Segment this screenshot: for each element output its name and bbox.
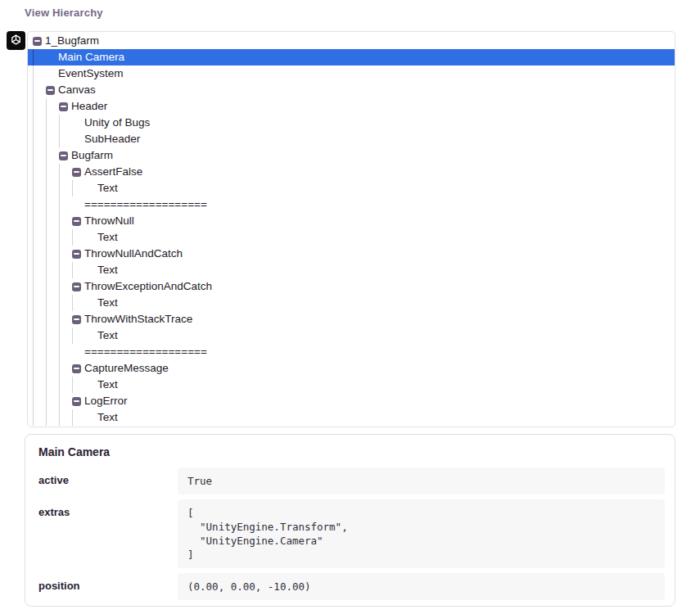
tree-guide-line [33, 311, 46, 327]
tree-row[interactable]: Text [28, 327, 675, 344]
tree-row[interactable]: LogError [28, 393, 675, 409]
tree-row[interactable]: Text [28, 262, 675, 278]
tree-guide-line [59, 246, 72, 262]
minus-icon[interactable] [59, 102, 68, 111]
tree-guide-line [59, 180, 72, 196]
tree-node-label: SubHeader [84, 131, 140, 147]
tree-guide-line [46, 180, 59, 196]
collapse-toggle[interactable] [46, 82, 58, 98]
minus-icon[interactable] [72, 250, 81, 259]
tree-node-label: CaptureMessage [84, 360, 169, 377]
icon-spacer [72, 344, 84, 360]
tree-guide-line [46, 327, 59, 344]
tree-guide-line [59, 278, 72, 295]
tree-guide-line [59, 262, 72, 278]
tree-row[interactable]: Canvas [28, 82, 675, 98]
icon-spacer [85, 377, 97, 393]
icon-spacer [72, 115, 84, 131]
tree-guide-line [46, 311, 59, 327]
tree-guide-line [72, 377, 85, 393]
tree-row[interactable]: Unity of Bugs [28, 115, 675, 131]
tree-node-label: AssertFalse [84, 164, 142, 180]
tree-row[interactable]: 1_Bugfarm [28, 33, 675, 49]
tree-guide-line [59, 196, 72, 213]
minus-icon[interactable] [72, 168, 81, 177]
collapse-toggle[interactable] [59, 147, 71, 164]
tree-guide-line [46, 393, 59, 409]
icon-spacer [85, 180, 97, 196]
tree-row-selected[interactable]: Main Camera [28, 49, 675, 65]
tree-row[interactable]: SubHeader [28, 131, 675, 147]
node-details-rows: activeTrueextras[ "UnityEngine.Transform… [25, 466, 675, 608]
property-row-active: activeTrue [38, 467, 665, 494]
minus-icon[interactable] [72, 315, 81, 324]
collapse-toggle[interactable] [72, 393, 84, 409]
minus-icon[interactable] [59, 151, 68, 160]
node-details-card: Main Camera activeTrueextras[ "UnityEngi… [25, 434, 675, 607]
tree-guide-line [46, 164, 59, 180]
collapse-toggle[interactable] [72, 246, 84, 262]
tree-guide-line [33, 213, 46, 229]
tree-row[interactable]: ThrowExceptionAndCatch [28, 278, 675, 295]
tree-node-label: 1_Bugfarm [45, 33, 99, 49]
tree-node-label: Text [97, 409, 118, 426]
tree-guide-line [33, 377, 46, 393]
tree-row[interactable]: Bugfarm [28, 147, 675, 164]
node-details-title: Main Camera [25, 435, 675, 466]
tree-row[interactable]: ThrowNull [28, 213, 675, 229]
minus-icon[interactable] [72, 282, 81, 291]
tree-row[interactable]: Text [28, 229, 675, 246]
tree-row[interactable]: ThrowWithStackTrace [28, 311, 675, 327]
tree-guide-line [59, 311, 72, 327]
minus-icon[interactable] [72, 364, 81, 373]
tree-row[interactable]: =================== [28, 344, 675, 360]
collapse-toggle[interactable] [72, 360, 84, 377]
tree-guide-line [46, 147, 59, 164]
tree-row[interactable]: Text [28, 377, 675, 393]
tree-guide-line [46, 360, 59, 377]
tree-row[interactable]: Text [28, 409, 675, 426]
tree-row[interactable]: CaptureMessage [28, 360, 675, 377]
minus-icon[interactable] [72, 217, 81, 226]
tree-guide-line [33, 98, 46, 115]
minus-icon[interactable] [46, 86, 55, 95]
view-hierarchy-tree-panel[interactable]: 1_BugfarmMain CameraEventSystemCanvasHea… [27, 31, 675, 427]
tree-row[interactable]: Header [28, 98, 675, 115]
property-value: (0.00, 0.00, -10.00) [178, 573, 665, 600]
tree-node-label: Text [97, 377, 118, 393]
tree-row[interactable]: EventSystem [28, 65, 675, 82]
tree-node-label: ThrowNullAndCatch [84, 246, 183, 262]
tree-guide-line [33, 229, 46, 246]
icon-spacer [85, 262, 97, 278]
tree-guide-line [72, 295, 85, 311]
minus-icon[interactable] [72, 397, 81, 406]
collapse-toggle[interactable] [72, 213, 84, 229]
tree-node-label: =================== [84, 196, 207, 213]
unity-platform-badge [7, 31, 25, 50]
tree-guide-line [33, 180, 46, 196]
tree-row[interactable]: AssertFalse [28, 164, 675, 180]
tree-row[interactable]: Text [28, 180, 675, 196]
tree-node-label: Text [97, 180, 118, 196]
tree-row[interactable]: ThrowNullAndCatch [28, 246, 675, 262]
collapse-toggle[interactable] [72, 311, 84, 327]
collapse-toggle[interactable] [59, 98, 71, 115]
tree-guide-line [46, 262, 59, 278]
tree-guide-line [59, 409, 72, 426]
tree-node-label: Text [97, 229, 118, 246]
minus-icon[interactable] [33, 37, 42, 46]
tree-guide-line [59, 377, 72, 393]
icon-spacer [85, 229, 97, 246]
tree-guide-line [46, 196, 59, 213]
tree-guide-line [33, 278, 46, 295]
tree-row[interactable]: =================== [28, 196, 675, 213]
tree-node-label: Header [71, 98, 107, 115]
icon-spacer [85, 327, 97, 344]
collapse-toggle[interactable] [72, 164, 84, 180]
tree-row[interactable]: Text [28, 295, 675, 311]
tree-guide-line [72, 409, 85, 426]
collapse-toggle[interactable] [33, 33, 45, 49]
property-value: True [178, 467, 665, 494]
tree-node-label: Text [97, 327, 118, 344]
collapse-toggle[interactable] [72, 278, 84, 295]
